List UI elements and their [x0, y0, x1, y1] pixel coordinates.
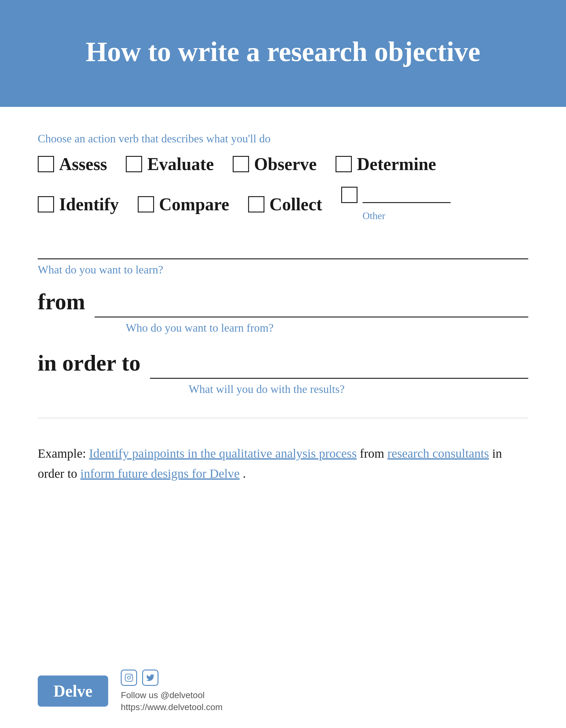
checkbox-box-determine[interactable]	[336, 156, 352, 172]
checkbox-box-identify[interactable]	[38, 196, 54, 212]
checkbox-observe[interactable]: Observe	[233, 154, 317, 174]
checkbox-label-assess: Assess	[59, 154, 107, 174]
other-underline[interactable]	[363, 187, 451, 203]
main-content: Choose an action verb that describes wha…	[0, 107, 566, 660]
checkbox-label-identify: Identify	[59, 194, 119, 214]
other-line-row	[341, 187, 451, 203]
follow-text: Follow us @delvetool	[121, 690, 222, 700]
example-suffix: .	[243, 466, 246, 481]
svg-rect-0	[125, 674, 133, 681]
in-order-label: What will you do with the results?	[189, 383, 528, 396]
what-to-learn-label: What do you want to learn?	[38, 263, 528, 276]
divider	[38, 418, 528, 418]
instagram-icon[interactable]	[121, 670, 137, 686]
what-to-learn-section: What do you want to learn?	[38, 240, 528, 276]
example-text: Example: Identify painpoints in the qual…	[38, 444, 528, 484]
website-text: https://www.delvetool.com	[121, 702, 222, 712]
checkbox-box-other[interactable]	[341, 187, 358, 203]
social-icons-row	[121, 670, 222, 686]
page-title: How to write a research objective	[85, 35, 480, 69]
checkbox-label-collect: Collect	[269, 194, 322, 214]
example-prefix: Example:	[38, 446, 86, 461]
from-section: from Who do you want to learn from?	[38, 289, 528, 334]
social-section: Follow us @delvetool https://www.delveto…	[121, 670, 222, 712]
checkbox-label-determine: Determine	[357, 154, 436, 174]
checkbox-box-compare[interactable]	[138, 196, 154, 212]
checkbox-label-compare: Compare	[159, 194, 229, 214]
checkbox-determine[interactable]: Determine	[336, 154, 436, 174]
what-to-learn-line[interactable]	[38, 240, 528, 259]
checkbox-label-observe: Observe	[254, 154, 317, 174]
footer: Delve Follow us @delvetool https://www.d…	[0, 660, 566, 728]
checkbox-box-assess[interactable]	[38, 156, 54, 172]
checkbox-identify[interactable]: Identify	[38, 194, 119, 214]
checkbox-box-collect[interactable]	[248, 196, 264, 212]
from-row: from	[38, 289, 528, 317]
svg-point-1	[128, 676, 130, 679]
example-link-1[interactable]: Identify painpoints in the qualitative a…	[89, 446, 357, 461]
from-prefix: from	[38, 289, 85, 317]
from-label: Who do you want to learn from?	[126, 321, 528, 334]
checkbox-box-observe[interactable]	[233, 156, 249, 172]
from-line[interactable]	[95, 299, 528, 317]
checkbox-box-evaluate[interactable]	[126, 156, 142, 172]
example-middle: from	[360, 446, 388, 461]
checkbox-evaluate[interactable]: Evaluate	[126, 154, 214, 174]
checkboxes-row-2: Identify Compare Collect Other	[38, 187, 528, 222]
page-header: How to write a research objective	[0, 0, 566, 107]
checkboxes-section: Assess Evaluate Observe Determine Identi…	[38, 154, 528, 222]
example-link-3[interactable]: inform future designs for Delve	[80, 466, 240, 481]
action-verb-label: Choose an action verb that describes wha…	[38, 132, 528, 145]
in-order-section: in order to What will you do with the re…	[38, 350, 528, 396]
in-order-prefix: in order to	[38, 350, 140, 379]
svg-point-2	[130, 675, 132, 676]
twitter-icon[interactable]	[142, 670, 158, 686]
checkbox-assess[interactable]: Assess	[38, 154, 107, 174]
delve-button[interactable]: Delve	[38, 676, 108, 707]
checkbox-other[interactable]: Other	[341, 187, 451, 222]
checkbox-compare[interactable]: Compare	[138, 194, 229, 214]
checkbox-collect[interactable]: Collect	[248, 194, 322, 214]
in-order-line[interactable]	[150, 360, 528, 379]
checkboxes-row-1: Assess Evaluate Observe Determine	[38, 154, 528, 174]
example-link-2[interactable]: research consultants	[388, 446, 489, 461]
other-label: Other	[363, 210, 386, 222]
in-order-row: in order to	[38, 350, 528, 379]
checkbox-label-evaluate: Evaluate	[147, 154, 214, 174]
example-section: Example: Identify painpoints in the qual…	[38, 444, 528, 484]
